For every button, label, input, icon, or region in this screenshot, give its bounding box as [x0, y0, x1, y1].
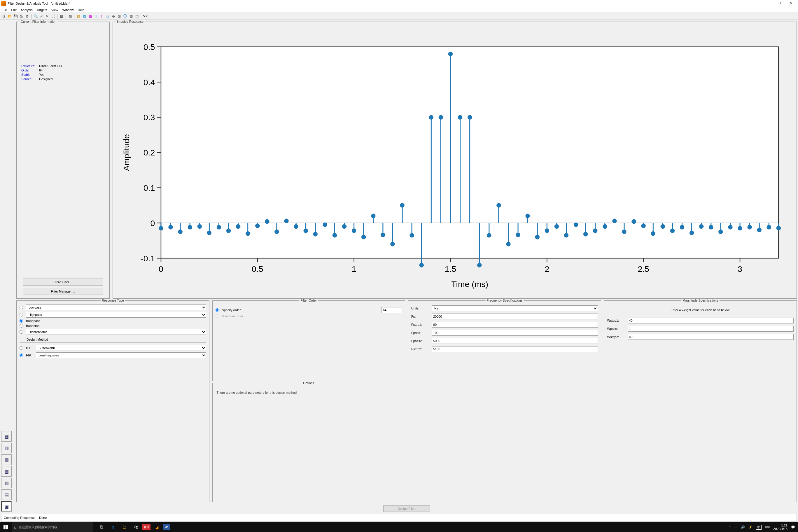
magnitude-icon[interactable]: ▧	[68, 14, 73, 19]
svg-point-103	[506, 242, 510, 246]
svg-text:2.5: 2.5	[638, 264, 649, 273]
magest-icon[interactable]: ▥	[128, 14, 134, 19]
svg-text:0.1: 0.1	[144, 183, 155, 192]
context-help-icon[interactable]: ↖?	[142, 14, 148, 19]
network-icon[interactable]: ▭	[735, 525, 737, 529]
svg-point-59	[294, 224, 298, 229]
step-icon[interactable]: ⧈	[105, 14, 110, 19]
side-tab-3[interactable]: ▧	[1, 454, 12, 465]
new-icon[interactable]: 🗋	[1, 14, 6, 19]
zoom-in-icon[interactable]: 🔍	[33, 14, 38, 19]
units-select[interactable]: Hz	[432, 305, 598, 311]
side-tab-6[interactable]: ▤	[1, 489, 12, 500]
open-icon[interactable]: 📂	[7, 14, 12, 19]
taskbar-clock[interactable]: 1:21 2020/4/15	[773, 524, 787, 531]
store-filter-button[interactable]: Store Filter ...	[23, 279, 103, 286]
menu-help[interactable]: Help	[78, 8, 84, 12]
radio-lowpass[interactable]	[20, 306, 23, 309]
chevron-up-icon[interactable]: ˄	[729, 525, 731, 529]
minimize-button[interactable]: —	[762, 0, 774, 7]
radio-diff[interactable]	[20, 330, 23, 334]
freq-input-2[interactable]	[432, 330, 598, 336]
maximize-button[interactable]: ❐	[774, 0, 785, 7]
side-tab-2[interactable]: ▥	[1, 443, 12, 453]
svg-text:Amplitude: Amplitude	[122, 134, 131, 171]
radio-iir[interactable]	[20, 346, 23, 350]
taskbar-search[interactable]: ⌕ 在这里输入你要搜索的内容	[12, 522, 93, 532]
radio-bandpass[interactable]	[20, 319, 23, 323]
matlab-icon[interactable]: ◢	[151, 522, 162, 532]
radio-highpass[interactable]	[20, 313, 23, 317]
menu-analysis[interactable]: Analysis	[21, 8, 33, 12]
radio-fir[interactable]	[20, 354, 23, 357]
radio-specify-order[interactable]	[215, 308, 219, 312]
menu-view[interactable]: View	[51, 8, 58, 12]
svg-point-35	[178, 230, 182, 234]
svg-rect-164	[3, 527, 5, 529]
filter-manager-button[interactable]: Filter Manager ...	[23, 288, 103, 295]
pointer-icon[interactable]: ↖	[45, 14, 50, 19]
impulse-chart[interactable]: -0.100.10.20.30.40.500.511.522.53Time (m…	[116, 24, 794, 296]
polezero-icon[interactable]: ⊙	[111, 14, 116, 19]
menu-targets[interactable]: Targets	[37, 8, 47, 12]
store-icon[interactable]: 🛍	[131, 522, 142, 532]
phasedelay-icon[interactable]: ※	[93, 14, 99, 19]
task-view-icon[interactable]: ⧉	[96, 522, 107, 532]
svg-text:0.3: 0.3	[144, 113, 155, 122]
info2-icon[interactable]: ⓘ	[122, 14, 128, 19]
lowpass-select[interactable]: Lowpass	[26, 304, 206, 310]
diff-select[interactable]: Differentiator	[26, 329, 206, 335]
coeffs-icon[interactable]: ⊡	[117, 14, 122, 19]
iir-select[interactable]: Butterworth	[36, 345, 206, 351]
close-button[interactable]: ✕	[785, 0, 797, 7]
side-tab-design[interactable]: ▣	[1, 501, 12, 512]
freq-input-3[interactable]	[432, 338, 598, 344]
radio-bandstop[interactable]	[20, 324, 23, 327]
zoom-out-icon[interactable]: ⤢	[39, 14, 44, 19]
design-filter-button[interactable]: Design Filter	[383, 506, 430, 512]
svg-point-151	[738, 226, 742, 231]
side-tab-4[interactable]: ▨	[1, 466, 12, 477]
save-icon[interactable]: 💾	[13, 14, 18, 19]
roundoff-icon[interactable]: ◫	[134, 14, 139, 19]
freq-input-4[interactable]	[432, 346, 598, 352]
app-red-icon[interactable]: 有道	[142, 524, 151, 530]
system-tray[interactable]: ˄ ▭ 🔊 ⚡ 中 ⌨ 1:21 2020/4/15 💬	[726, 524, 798, 531]
ime-icon[interactable]: 中	[756, 525, 762, 530]
order-input[interactable]	[381, 307, 402, 313]
magphase-icon[interactable]: ▨	[82, 14, 87, 19]
fir-select[interactable]: Least-squares	[36, 352, 206, 358]
mag-input-1[interactable]	[628, 326, 794, 331]
mag-input-2[interactable]	[628, 334, 794, 340]
highpass-select[interactable]: Highpass	[26, 312, 206, 318]
keyboard-icon[interactable]: ⌨	[765, 525, 770, 529]
side-tab-5[interactable]: ▩	[1, 478, 12, 488]
volume-icon[interactable]: 🔊	[741, 525, 745, 529]
menu-file[interactable]: File	[2, 8, 7, 12]
freq-input-0[interactable]	[432, 314, 598, 319]
side-tab-1[interactable]: ▦	[1, 431, 12, 442]
start-button[interactable]	[0, 522, 12, 532]
impulse-icon[interactable]: ⫯	[99, 14, 104, 19]
svg-point-155	[757, 228, 761, 232]
filter-order-panel: Filter Order Specify order: Minimum orde…	[212, 300, 405, 381]
spec-icon[interactable]: ▦	[59, 14, 64, 19]
print-preview-icon[interactable]: 🗎	[24, 14, 30, 19]
edge-icon[interactable]: e	[107, 522, 118, 532]
svg-point-139	[680, 225, 684, 230]
svg-point-101	[496, 203, 501, 208]
phase-icon[interactable]: ▧	[76, 14, 81, 19]
word-icon[interactable]: W	[163, 524, 170, 530]
mag-input-0[interactable]	[628, 318, 794, 323]
action-center-icon[interactable]: 💬	[791, 525, 795, 529]
menu-window[interactable]: Window	[62, 8, 74, 12]
full-view-icon[interactable]: ⛶	[51, 14, 56, 19]
battery-icon[interactable]: ⚡	[748, 525, 753, 529]
svg-rect-162	[3, 525, 5, 527]
freq-input-1[interactable]	[432, 322, 598, 327]
groupdelay-icon[interactable]: ▩	[88, 14, 93, 19]
print-icon[interactable]: 🖶	[19, 14, 24, 19]
menu-edit[interactable]: Edit	[11, 8, 17, 12]
svg-point-77	[381, 233, 385, 238]
explorer-icon[interactable]: 🗂	[119, 522, 130, 532]
